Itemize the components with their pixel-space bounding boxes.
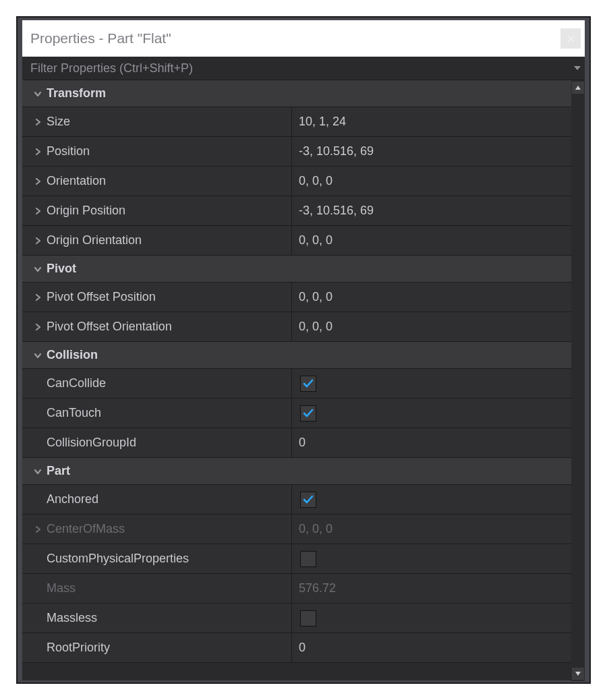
section-header-cell: Part — [22, 458, 292, 484]
property-value: 0, 0, 0 — [299, 290, 333, 304]
property-name: Massless — [47, 611, 97, 625]
close-icon — [567, 35, 575, 42]
checkbox-massless[interactable] — [300, 610, 316, 626]
section-header-pivot[interactable]: Pivot — [22, 256, 571, 283]
property-name: CanCollide — [47, 376, 106, 390]
property-value-cell[interactable]: 0, 0, 0 — [292, 283, 571, 312]
property-row-massless: Massless — [22, 604, 571, 633]
property-row-cantouch: CanTouch — [22, 399, 571, 428]
property-name: Pivot Offset Orientation — [47, 320, 172, 334]
property-row-centerofmass: CenterOfMass0, 0, 0 — [22, 515, 571, 544]
property-name: Position — [47, 144, 90, 158]
chevron-down-icon[interactable] — [29, 467, 47, 476]
property-name-cell: Pivot Offset Position — [22, 283, 292, 312]
panel-title: Properties - Part "Flat" — [30, 30, 171, 47]
property-name: Origin Position — [47, 204, 125, 218]
section-label: Pivot — [47, 262, 76, 276]
property-name-cell: Origin Position — [22, 196, 292, 225]
chevron-down-icon[interactable] — [29, 351, 47, 360]
property-value: 10, 1, 24 — [299, 115, 346, 129]
window-frame: Properties - Part "Flat" TransformSize10… — [16, 16, 591, 684]
property-name-cell: CenterOfMass — [22, 515, 292, 544]
properties-list: TransformSize10, 1, 24Position-3, 10.516… — [22, 80, 571, 681]
property-value-cell[interactable]: -3, 10.516, 69 — [292, 196, 571, 225]
close-button[interactable] — [560, 28, 581, 49]
property-value-cell[interactable]: 0 — [292, 633, 571, 662]
chevron-right-icon[interactable] — [29, 293, 47, 302]
property-name-cell: RootPriority — [22, 633, 292, 662]
chevron-up-icon — [575, 85, 581, 90]
svg-marker-1 — [575, 672, 581, 676]
property-value-cell[interactable]: -3, 10.516, 69 — [292, 137, 571, 166]
property-name-cell: CollisionGroupId — [22, 428, 292, 457]
scrollbar[interactable] — [571, 80, 585, 681]
filter-input[interactable] — [29, 61, 578, 76]
section-label: Collision — [47, 348, 98, 362]
property-value-cell[interactable]: 0, 0, 0 — [292, 167, 571, 196]
property-value-cell[interactable] — [292, 399, 571, 428]
section-header-collision[interactable]: Collision — [22, 342, 571, 369]
property-value: 576.72 — [299, 581, 336, 595]
property-value-cell[interactable]: 0, 0, 0 — [292, 226, 571, 255]
property-value-cell[interactable] — [292, 485, 571, 514]
property-name-cell: Mass — [22, 574, 292, 603]
property-name-cell: CanTouch — [22, 399, 292, 428]
section-label: Transform — [47, 86, 106, 100]
section-header-transform[interactable]: Transform — [22, 80, 571, 107]
property-value-cell[interactable] — [292, 604, 571, 633]
property-name-cell: Pivot Offset Orientation — [22, 312, 292, 341]
section-header-cell: Collision — [22, 342, 292, 368]
chevron-right-icon[interactable] — [29, 177, 47, 186]
property-row-origin-orientation: Origin Orientation0, 0, 0 — [22, 226, 571, 256]
chevron-right-icon[interactable] — [29, 147, 47, 156]
property-value-cell[interactable]: 10, 1, 24 — [292, 107, 571, 136]
chevron-right-icon[interactable] — [29, 322, 47, 332]
property-name-cell: Massless — [22, 604, 292, 633]
properties-panel: Properties - Part "Flat" TransformSize10… — [22, 20, 585, 680]
property-row-position: Position-3, 10.516, 69 — [22, 137, 571, 167]
chevron-right-icon[interactable] — [29, 236, 47, 245]
property-value-cell[interactable] — [292, 544, 571, 573]
property-name: Anchored — [47, 492, 98, 506]
chevron-down-icon — [575, 671, 581, 676]
property-name-cell: Size — [22, 107, 292, 136]
property-name: CustomPhysicalProperties — [47, 552, 189, 566]
property-row-anchored: Anchored — [22, 485, 571, 515]
property-row-pivot-offset-position: Pivot Offset Position0, 0, 0 — [22, 283, 571, 312]
property-value-cell: 576.72 — [292, 574, 571, 603]
chevron-right-icon[interactable] — [29, 206, 47, 216]
scroll-up-button[interactable] — [572, 82, 584, 94]
scroll-down-button[interactable] — [572, 668, 584, 680]
property-row-customphysicalproperties: CustomPhysicalProperties — [22, 544, 571, 574]
section-header-cell: Transform — [22, 80, 292, 107]
section-header-part[interactable]: Part — [22, 458, 571, 485]
property-value: 0, 0, 0 — [299, 320, 333, 334]
chevron-right-icon[interactable] — [29, 117, 47, 127]
titlebar: Properties - Part "Flat" — [22, 20, 585, 57]
property-value: 0, 0, 0 — [299, 522, 333, 536]
section-header-cell: Pivot — [22, 256, 292, 282]
property-row-collisiongroupid: CollisionGroupId0 — [22, 428, 571, 458]
property-name: CollisionGroupId — [47, 436, 136, 450]
checkbox-cancollide[interactable] — [300, 376, 316, 392]
properties-body: TransformSize10, 1, 24Position-3, 10.516… — [22, 80, 585, 681]
property-value-cell[interactable]: 0 — [292, 428, 571, 457]
property-value-cell[interactable]: 0, 0, 0 — [292, 312, 571, 341]
property-value: 0, 0, 0 — [299, 174, 333, 188]
filter-dropdown-icon[interactable] — [574, 66, 581, 70]
filter-bar — [22, 57, 585, 80]
section-label: Part — [47, 464, 70, 478]
property-name: CanTouch — [47, 406, 101, 420]
chevron-down-icon[interactable] — [29, 89, 47, 98]
property-name: Pivot Offset Position — [47, 290, 156, 304]
property-value-cell[interactable] — [292, 369, 571, 398]
checkbox-cantouch[interactable] — [300, 405, 316, 421]
property-name-cell: CanCollide — [22, 369, 292, 398]
checkbox-anchored[interactable] — [300, 492, 316, 508]
property-name: CenterOfMass — [47, 522, 125, 536]
property-name-cell: Origin Orientation — [22, 226, 292, 255]
property-row-rootpriority: RootPriority0 — [22, 633, 571, 663]
checkbox-customphysicalproperties[interactable] — [300, 551, 316, 567]
property-value: 0 — [299, 641, 306, 655]
chevron-down-icon[interactable] — [29, 264, 47, 274]
